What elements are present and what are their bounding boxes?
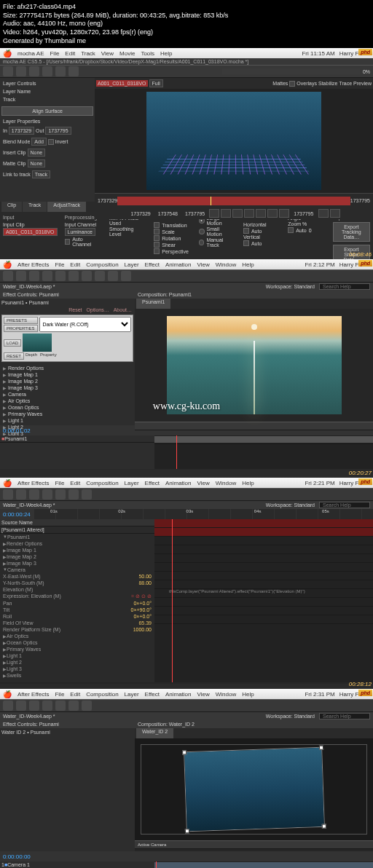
track-back-button[interactable] (318, 209, 329, 218)
app-name[interactable]: After Effects (17, 691, 49, 698)
view-full[interactable]: Full (149, 79, 163, 87)
reset-link[interactable]: Reset (68, 307, 82, 312)
stop-button[interactable] (244, 209, 254, 218)
text-tool[interactable] (108, 271, 118, 281)
apple-menu[interactable]: 🍎 (3, 50, 12, 58)
menu-view[interactable]: View (197, 480, 210, 486)
load-button[interactable]: LOAD (4, 339, 21, 347)
workspace-label[interactable]: Workspace: Standard (266, 502, 315, 508)
selection-tool[interactable] (3, 271, 13, 281)
rotation-tool[interactable] (42, 489, 52, 500)
time-ruler[interactable]: 01s 02s 03s 04s 05s (34, 509, 373, 519)
menu-effect[interactable]: Effect (145, 691, 160, 698)
current-timecode[interactable]: 0:00:01:02 (0, 427, 34, 434)
app-name[interactable]: After Effects (17, 261, 49, 268)
link-track-dropdown[interactable]: Track (32, 170, 50, 178)
timeline-ruler[interactable] (117, 197, 350, 205)
in-value[interactable]: 1737329 (9, 127, 34, 135)
brush-tool[interactable] (121, 271, 131, 281)
menu-edit[interactable]: Edit (70, 261, 80, 268)
pen-tool[interactable] (68, 489, 79, 500)
handle-tl[interactable] (182, 751, 186, 755)
menu-view[interactable]: View (101, 50, 114, 57)
text-tool[interactable] (82, 489, 92, 500)
menu-help[interactable]: Help (160, 50, 172, 57)
search-help-input[interactable] (319, 283, 370, 290)
v-auto-check[interactable] (243, 240, 249, 246)
menu-file[interactable]: File (55, 261, 64, 268)
export-tracking-button[interactable]: Export Tracking Data… (333, 222, 370, 242)
scale-check[interactable] (154, 229, 160, 234)
properties-button[interactable]: PROPERTIES (4, 325, 38, 332)
menu-effect[interactable]: Effect (145, 480, 160, 486)
track-fwd-button[interactable] (330, 209, 340, 218)
apple-menu[interactable]: 🍎 (3, 479, 12, 487)
tool-hand[interactable] (16, 66, 26, 76)
menu-effect[interactable]: Effect (145, 261, 160, 268)
menu-animation[interactable]: Animation (165, 261, 192, 268)
comp-viewer[interactable] (135, 738, 373, 840)
layer-psunami-altered[interactable]: [Psunami1 Altered] (0, 526, 154, 534)
search-help-input[interactable] (319, 502, 370, 508)
h-auto-check[interactable] (243, 228, 249, 234)
view-preview[interactable]: Preview (353, 81, 372, 86)
menu-help[interactable]: Help (242, 691, 254, 698)
zoom-tool[interactable] (29, 489, 39, 500)
rotation-tool[interactable] (42, 701, 52, 711)
tool-spline[interactable] (42, 66, 52, 76)
clip-name-badge[interactable]: A001_C011_0318VO (96, 80, 148, 87)
invert-checkbox[interactable] (48, 139, 54, 145)
layer-row-psunami[interactable]: ■ Psunami1 (0, 435, 154, 443)
current-timecode[interactable]: 0:00:00:00 (0, 853, 34, 860)
handle-tr[interactable] (318, 746, 323, 750)
mocha-viewer[interactable] (146, 92, 321, 190)
view-stabilize[interactable]: Stabilize (318, 81, 337, 86)
step-fwd-button[interactable] (267, 209, 278, 218)
app-name[interactable]: After Effects (17, 480, 49, 486)
menu-view[interactable]: View (197, 261, 210, 268)
menu-movie[interactable]: Movie (119, 50, 135, 57)
timeline-start[interactable]: 1737329 (98, 198, 117, 203)
menu-edit[interactable]: Edit (65, 50, 75, 57)
camera-tool[interactable] (55, 489, 66, 500)
menu-help[interactable]: Help (242, 480, 254, 486)
menu-layer[interactable]: Layer (125, 261, 139, 268)
view-label[interactable]: Active Camera (138, 843, 166, 847)
comp-tab[interactable]: Psunami1 (136, 299, 170, 309)
reset-button[interactable]: RESET (4, 352, 24, 360)
pan-behind-tool[interactable] (68, 271, 79, 281)
rotation-tool[interactable] (42, 271, 52, 281)
handle-bl[interactable] (184, 829, 189, 834)
tab-adjusttrack[interactable]: AdjustTrack (47, 202, 86, 212)
overlays-check[interactable] (289, 81, 295, 87)
tool-select[interactable] (3, 66, 13, 76)
tool-zoom[interactable] (29, 66, 39, 76)
opacity-slider[interactable] (222, 68, 360, 74)
align-surface-button[interactable]: Align Surface (1, 106, 93, 116)
menu-help[interactable]: Help (242, 261, 254, 268)
hand-tool[interactable] (16, 271, 26, 281)
out-value[interactable]: 1737795 (45, 127, 71, 135)
app-name[interactable]: mocha AE (17, 50, 44, 57)
tree-air-optics[interactable]: ▶Air Optics (1, 398, 133, 404)
text-tool[interactable] (82, 701, 92, 711)
menu-track[interactable]: Track (81, 50, 95, 57)
input-clip-dropdown[interactable]: A001_C011_0318VO (3, 228, 58, 236)
timeline-end[interactable]: 1737795 (350, 198, 370, 203)
handle-br[interactable] (321, 824, 326, 829)
tree-primary-waves[interactable]: ▶Primary Waves (1, 411, 133, 417)
menu-window[interactable]: Window (216, 261, 236, 268)
tree-light-1[interactable]: ▶Light 1 (1, 417, 133, 424)
tree-image-map-1[interactable]: ▶Image Map 1 (1, 371, 133, 378)
hand-tool[interactable] (16, 701, 26, 711)
pen-tool[interactable] (95, 271, 105, 281)
comp-viewer[interactable] (167, 316, 342, 414)
menubar-time[interactable]: Fri 2:31 PM (305, 691, 334, 698)
play-button[interactable] (256, 209, 266, 218)
tree-camera[interactable]: ▶Camera (1, 391, 133, 398)
source-name-header[interactable]: Source Name (1, 520, 33, 525)
step-back-button[interactable] (221, 209, 231, 218)
z-auto-check[interactable] (288, 227, 294, 233)
search-help-input[interactable] (319, 713, 370, 719)
blend-dropdown[interactable]: Add (31, 138, 46, 146)
